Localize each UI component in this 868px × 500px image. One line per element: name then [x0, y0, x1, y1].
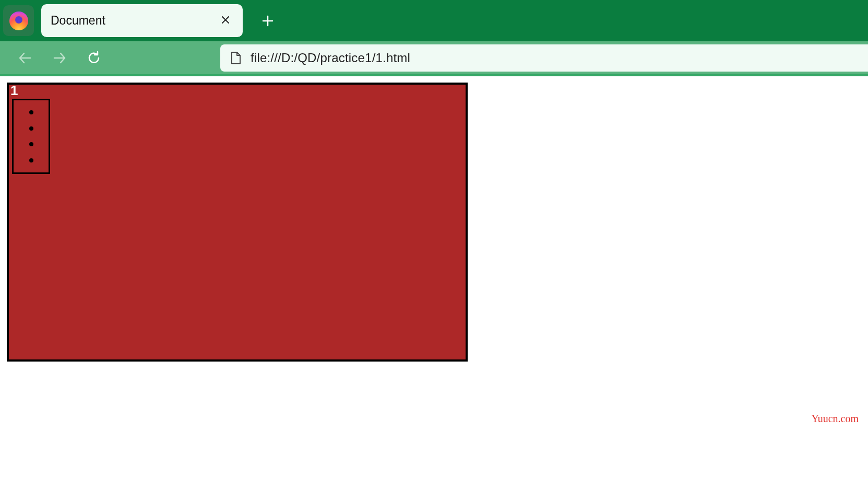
list-item	[29, 126, 33, 131]
tab-strip: Document	[0, 0, 868, 41]
plus-icon	[262, 15, 274, 27]
forward-button[interactable]	[47, 45, 72, 71]
box-number-label: 1	[10, 83, 18, 99]
firefox-icon	[9, 11, 28, 30]
close-icon	[221, 15, 230, 25]
watermark-text: Yuucn.com	[811, 413, 859, 425]
page-icon	[230, 51, 241, 65]
list-item	[29, 158, 33, 162]
outer-box: 1	[7, 83, 468, 362]
page-content: 1 Yuucn.com	[0, 76, 868, 498]
url-text: file:///D:/QD/practice1/1.html	[251, 51, 410, 65]
address-bar[interactable]: file:///D:/QD/practice1/1.html	[220, 44, 868, 72]
arrow-left-icon	[17, 50, 33, 66]
inner-list-box	[12, 99, 50, 174]
reload-button[interactable]	[81, 45, 106, 71]
navigation-toolbar: file:///D:/QD/practice1/1.html	[0, 41, 868, 76]
close-tab-button[interactable]	[218, 14, 233, 28]
firefox-menu-button[interactable]	[3, 5, 34, 36]
reload-icon	[87, 51, 101, 65]
list-item	[29, 110, 33, 114]
arrow-right-icon	[52, 50, 67, 66]
new-tab-button[interactable]	[257, 10, 278, 31]
tab-title: Document	[51, 14, 218, 28]
back-button[interactable]	[13, 45, 38, 71]
list-item	[29, 142, 33, 146]
browser-tab[interactable]: Document	[41, 4, 243, 37]
